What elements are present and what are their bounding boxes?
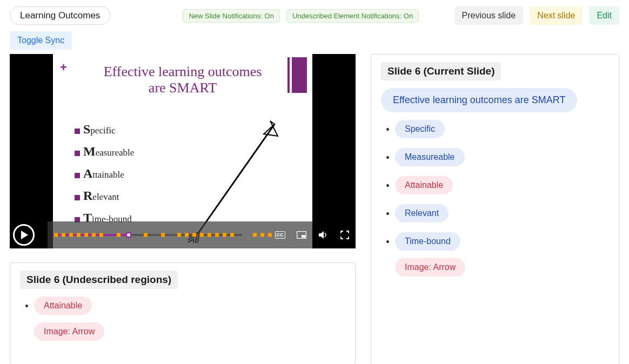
undescribed-notif-badge: Undescribed Element Notifications: On [286,9,419,23]
element-chip[interactable]: Measureable [395,148,465,166]
list-item: Measureable [395,148,609,166]
volume-button[interactable] [312,221,334,248]
element-chip[interactable]: Attainable [395,176,453,194]
element-chip[interactable]: Time-bound [395,232,460,251]
region-chip[interactable]: Attainable [34,296,92,315]
video-player[interactable]: + Effective learning outcomes are SMART … [10,54,356,248]
play-icon [21,231,28,239]
fullscreen-button[interactable] [334,221,356,248]
list-item: Attainable Image: Arrow [34,296,345,341]
next-slide-button[interactable]: Next slide [530,6,583,25]
plus-icon: + [60,60,67,75]
new-slide-notif-badge: New Slide Notifications: On [183,9,280,23]
element-chip[interactable]: Relevant [395,204,449,223]
undescribed-regions-panel: Slide 6 (Undescribed regions) Attainable… [10,262,356,364]
captions-button[interactable]: CC [269,221,291,248]
list-item: Attainable [395,176,609,194]
list-item: Specific [395,120,609,138]
video-timeline[interactable]: CC [48,221,312,248]
svg-rect-9 [302,235,305,238]
slide-canvas: + Effective learning outcomes are SMART … [53,54,312,248]
playhead[interactable] [125,232,132,238]
undescribed-panel-header: Slide 6 (Undescribed regions) [20,271,178,289]
element-chip[interactable]: Image: Arrow [395,258,465,277]
slide-decor-box [292,57,307,93]
slide-decor-bar [287,57,290,93]
slide-title: Effective learning outcomes are SMART [53,64,312,96]
list-item: Time-bound Image: Arrow [395,232,609,277]
svg-marker-10 [319,231,324,239]
smart-list: Specific Measureable Attainable Relevant… [75,114,134,233]
region-chip[interactable]: Image: Arrow [34,322,104,341]
current-panel-header: Slide 6 (Current Slide) [381,62,501,80]
slide-title-chip[interactable]: Effective learning outcomes are SMART [381,88,577,112]
svg-line-0 [199,124,275,232]
play-button[interactable] [13,224,35,246]
edit-button[interactable]: Edit [589,6,619,25]
element-chip[interactable]: Specific [395,120,445,138]
current-slide-panel: Slide 6 (Current Slide) Effective learni… [371,54,619,364]
previous-slide-button[interactable]: Previous slide [454,6,524,25]
list-item: Relevant [395,204,609,223]
toggle-sync-button[interactable]: Toggle Sync [10,31,72,50]
page-title: Learning Outcomes [10,6,110,25]
pip-button[interactable] [291,221,312,248]
